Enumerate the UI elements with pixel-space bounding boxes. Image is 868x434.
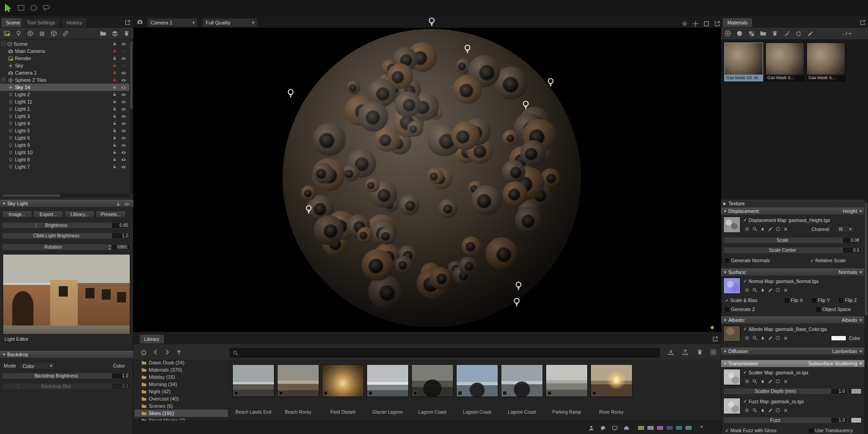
lock-icon[interactable]	[112, 121, 117, 126]
map-enabled-check-icon[interactable]: ✓	[743, 278, 747, 283]
asset-thumb-lagoon-coast-3[interactable]	[501, 364, 543, 397]
tree-item-light-7[interactable]: Light 7	[0, 163, 129, 170]
albedo-map-thumb[interactable]	[723, 326, 741, 342]
displacement-scale-slider[interactable]: Scale 0.08	[723, 237, 863, 244]
scale-center-value[interactable]: 0.5	[843, 248, 861, 253]
lock-icon[interactable]	[112, 85, 117, 90]
tag-color-chip[interactable]	[675, 425, 683, 430]
normal-map-thumb[interactable]	[723, 278, 741, 294]
image-button[interactable]: Image...	[2, 211, 32, 218]
asset-checkbox[interactable]	[547, 391, 552, 395]
backdrop-mode-select[interactable]: Color ▼	[19, 362, 55, 370]
paint-icon[interactable]	[782, 29, 791, 38]
folder-icon[interactable]	[99, 29, 108, 38]
tree-item-light-6[interactable]: Light 6	[0, 134, 129, 142]
albedo-mode-select[interactable]: Albedo	[842, 317, 857, 324]
marquee-select-icon[interactable]	[16, 3, 25, 12]
tree-horizontal-scrollbar[interactable]	[1, 194, 129, 197]
flip-y-checkbox[interactable]: Flip Y	[812, 297, 830, 303]
light-gizmo[interactable]	[462, 43, 473, 55]
tree-item-light-4[interactable]: Light 4	[0, 120, 129, 127]
map-settings-icon[interactable]	[744, 407, 750, 414]
lock-icon[interactable]	[112, 56, 117, 61]
tree-item-light-1[interactable]: Light 1	[0, 105, 129, 113]
lock-icon[interactable]	[112, 128, 117, 133]
albedo-section-header[interactable]: ▼ Albedo: Albedo ▼	[721, 316, 864, 324]
lock-icon[interactable]	[112, 150, 117, 155]
diffusion-mode-select[interactable]: Lambertian	[832, 348, 857, 355]
map-locate-icon[interactable]	[751, 287, 758, 293]
tree-item-light-8[interactable]: Light 8	[0, 156, 129, 163]
fuzz-value[interactable]: 1.0	[831, 418, 847, 423]
light-gizmo[interactable]	[303, 203, 315, 215]
refresh-icon[interactable]	[794, 29, 803, 38]
export-button[interactable]: Export...	[33, 211, 63, 218]
lock-icon[interactable]	[112, 77, 117, 82]
flip-z-checkbox[interactable]: Flip Z	[839, 297, 857, 303]
asset-checkbox[interactable]	[592, 391, 596, 395]
asset-checkbox[interactable]	[503, 391, 507, 395]
fuzz-slider[interactable]: Fuzz 1.0	[723, 417, 848, 424]
rotation-value[interactable]: 6980.	[112, 245, 130, 250]
map-locate-icon[interactable]	[751, 407, 758, 414]
monitor-tag-icon[interactable]	[610, 424, 619, 433]
map-enabled-check-icon[interactable]: ✓	[743, 399, 747, 404]
lasso-select-icon[interactable]	[42, 3, 51, 12]
material-sphere-icon[interactable]	[735, 29, 744, 38]
library-popout-icon[interactable]	[711, 335, 720, 344]
library-search[interactable]	[230, 348, 660, 358]
map-edit-icon[interactable]	[767, 226, 774, 232]
presets-button[interactable]: Presets...	[96, 211, 126, 218]
map-enabled-check-icon[interactable]: ✓	[743, 217, 747, 222]
tree-item-main-camera[interactable]: Main Camera	[0, 47, 129, 55]
chevron-down-icon[interactable]: ▼	[700, 425, 703, 429]
maximize-icon[interactable]	[702, 19, 711, 28]
home-icon[interactable]	[139, 348, 148, 357]
tree-item-light-3[interactable]: Light 3	[0, 113, 129, 120]
map-clear-icon[interactable]	[782, 226, 789, 232]
tree-item-light-9[interactable]: Light 9	[0, 142, 129, 149]
asset-checkbox[interactable]	[368, 391, 373, 395]
forward-icon[interactable]	[163, 348, 172, 357]
folder-item[interactable]: Night (42)	[135, 388, 228, 395]
folder-item[interactable]: Materials (370)	[135, 366, 228, 373]
light-gizmo[interactable]	[513, 280, 524, 292]
asset-thumb-beach-rocky[interactable]	[277, 364, 319, 397]
asset-thumb-field-distant[interactable]	[322, 364, 364, 397]
lock-icon[interactable]	[112, 142, 117, 147]
visibility-icon[interactable]	[121, 70, 127, 76]
viewport-settings-icon[interactable]	[680, 19, 689, 28]
visibility-icon[interactable]	[121, 157, 127, 163]
popout-icon[interactable]	[123, 18, 132, 27]
lock-icon[interactable]	[112, 70, 117, 75]
asset-thumb-glacier-lagoon[interactable]	[367, 364, 409, 397]
lock-icon[interactable]	[112, 41, 117, 46]
asset-checkbox[interactable]	[324, 391, 328, 395]
visibility-icon[interactable]	[121, 121, 127, 127]
tree-item-sphere-2-tiles[interactable]: + Sphere 2 Tiles	[0, 76, 129, 84]
map-clear-icon[interactable]	[782, 287, 789, 293]
visibility-icon[interactable]	[121, 99, 127, 105]
folder-item[interactable]: Overcast (40)	[135, 395, 228, 402]
transmission-mode-select[interactable]: Subsurface Scattering	[808, 360, 857, 367]
folder-item-skies[interactable]: Skies (191)	[135, 410, 228, 417]
visibility-icon[interactable]	[121, 77, 127, 83]
grid-icon[interactable]	[38, 29, 47, 38]
delete-icon[interactable]	[770, 29, 779, 38]
tab-tool-settings[interactable]: Tool Settings	[22, 18, 60, 27]
folder-item[interactable]: Scenes (6)	[135, 402, 228, 410]
asset-thumb-lagoon-coast-2[interactable]	[456, 364, 498, 397]
lock-icon[interactable]	[112, 113, 117, 118]
add-cube-icon[interactable]	[49, 29, 58, 38]
folder-item[interactable]: Dawn Dusk (24)	[135, 361, 228, 366]
layout-split-icon[interactable]	[691, 19, 700, 28]
tag-color-chip[interactable]	[637, 425, 645, 430]
new-material-icon[interactable]	[723, 29, 732, 38]
library-icon[interactable]	[110, 29, 119, 38]
tab-library[interactable]: Library	[139, 334, 165, 344]
visibility-icon[interactable]	[121, 135, 127, 141]
export-icon[interactable]	[681, 348, 690, 357]
map-locate-icon[interactable]	[751, 226, 758, 232]
tree-item-sky[interactable]: Sky	[0, 62, 129, 69]
tag-color-chip[interactable]	[647, 425, 654, 430]
